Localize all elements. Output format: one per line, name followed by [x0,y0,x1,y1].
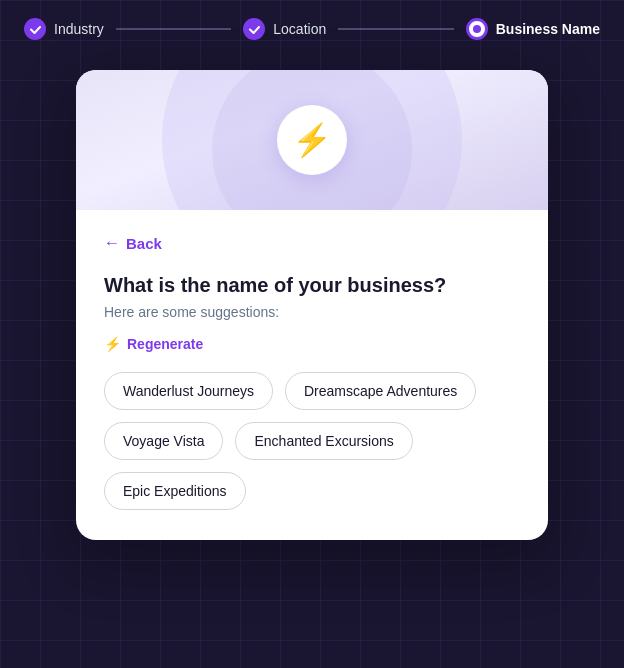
chip-wanderlust-journeys[interactable]: Wanderlust Journeys [104,372,273,410]
chip-dreamscape-adventures[interactable]: Dreamscape Adventures [285,372,476,410]
regen-icon: ⚡ [104,336,121,352]
main-card: ⚡ ← Back What is the name of your busine… [76,70,548,540]
chip-voyage-vista[interactable]: Voyage Vista [104,422,223,460]
regenerate-label: Regenerate [127,336,203,352]
step-location-label: Location [273,21,326,37]
lightning-circle: ⚡ [277,105,347,175]
chip-epic-expeditions[interactable]: Epic Expeditions [104,472,246,510]
lightning-icon: ⚡ [292,124,332,156]
step-line-1 [116,28,231,30]
back-label: Back [126,235,162,252]
step-industry-icon [24,18,46,40]
step-business-name-label: Business Name [496,21,600,37]
step-industry: Industry [24,18,104,40]
back-arrow-icon: ← [104,234,120,252]
stepper: Industry Location Business Name [0,0,624,58]
chips-grid: Wanderlust Journeys Dreamscape Adventure… [104,372,520,510]
step-line-2 [338,28,453,30]
chip-enchanted-excursions[interactable]: Enchanted Excursions [235,422,412,460]
card-body: ← Back What is the name of your business… [76,210,548,540]
suggestions-label: Here are some suggestions: [104,304,520,320]
back-link[interactable]: ← Back [104,234,520,252]
step-location: Location [243,18,326,40]
regenerate-button[interactable]: ⚡ Regenerate [104,336,203,352]
step-location-icon [243,18,265,40]
card-hero: ⚡ [76,70,548,210]
step-business-name-icon [466,18,488,40]
step-business-name: Business Name [466,18,600,40]
question-title: What is the name of your business? [104,272,520,298]
step-industry-label: Industry [54,21,104,37]
